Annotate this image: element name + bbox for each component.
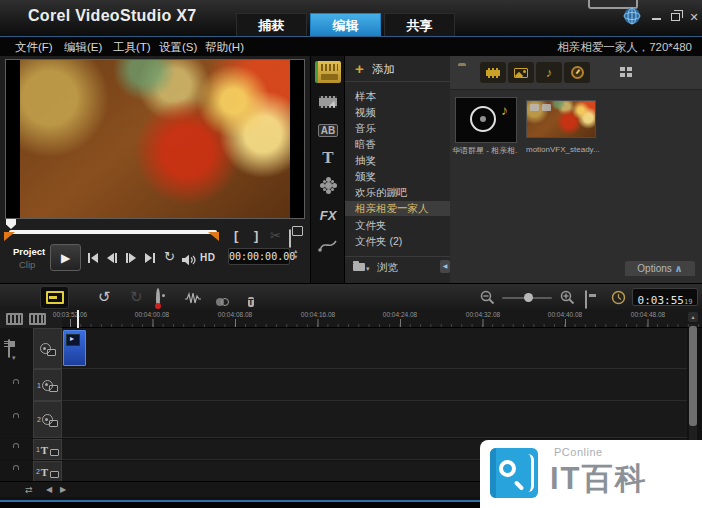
clip-thumbnail bbox=[66, 334, 80, 346]
restore-icon bbox=[671, 13, 680, 21]
overlay-track-1-header[interactable]: 1 bbox=[33, 369, 62, 401]
library-item-family-selected[interactable]: 相亲相爱一家人 bbox=[345, 201, 451, 216]
title-track-2-header[interactable]: 2T bbox=[33, 461, 62, 482]
duration-button[interactable] bbox=[611, 290, 626, 309]
fit-project-button[interactable] bbox=[585, 291, 587, 309]
overlay-track-2-header[interactable]: 2 bbox=[33, 401, 62, 438]
nav-graphic-button[interactable] bbox=[311, 182, 345, 189]
go-start-button[interactable] bbox=[88, 252, 98, 264]
timeline-scroll-up-button[interactable]: ▴ bbox=[688, 312, 698, 322]
ruler-label: 00:04:40.08 bbox=[548, 311, 582, 318]
menu-tools[interactable]: 工具(T) bbox=[113, 40, 151, 55]
tab-share[interactable]: 共享 bbox=[384, 13, 455, 36]
title-track-1-header[interactable]: 1T bbox=[33, 439, 62, 460]
undo-button[interactable]: ↺ bbox=[98, 288, 111, 306]
library-item-anxiang[interactable]: 暗香 bbox=[345, 137, 451, 152]
library-add-row[interactable]: + 添加 bbox=[345, 56, 451, 82]
watermark-brand: PConline bbox=[554, 446, 603, 458]
timeline-ruler[interactable]: 00:03:52.06 00:04:00.08 00:04:08.08 00:0… bbox=[62, 310, 702, 328]
show-all-tracks-icon[interactable] bbox=[6, 313, 23, 325]
video-thumbnail[interactable] bbox=[526, 100, 596, 138]
track-manager-icon[interactable] bbox=[8, 340, 10, 358]
menu-edit[interactable]: 编辑(E) bbox=[64, 40, 102, 55]
record-capture-button[interactable] bbox=[156, 290, 160, 308]
scrubber-track[interactable] bbox=[9, 230, 217, 234]
track-view-icon[interactable] bbox=[29, 313, 46, 325]
playhead[interactable] bbox=[77, 310, 79, 328]
filter-video-button[interactable] bbox=[480, 62, 506, 83]
prev-frame-button[interactable] bbox=[107, 252, 117, 264]
timeline-vscroll-thumb[interactable] bbox=[689, 326, 697, 426]
mark-out-button[interactable]: ] bbox=[254, 228, 258, 243]
preview-timecode[interactable]: 00:00:00.00 bbox=[228, 248, 290, 265]
zoom-out-button[interactable] bbox=[480, 290, 495, 309]
timecode-spinner[interactable]: ▲▼ bbox=[293, 249, 298, 260]
zoom-slider-thumb[interactable] bbox=[524, 293, 533, 302]
tab-edit[interactable]: 编辑 bbox=[310, 13, 381, 36]
filter-all-button[interactable] bbox=[564, 62, 590, 83]
library-item-choujiang[interactable]: 抽奖 bbox=[345, 153, 451, 168]
trim-end-handle[interactable] bbox=[208, 232, 219, 241]
audio-thumbnail[interactable]: ♪ bbox=[455, 97, 517, 143]
scrub-marker[interactable] bbox=[6, 219, 16, 229]
timeline-view-button[interactable] bbox=[40, 286, 69, 309]
filter-audio-button[interactable]: ♪ bbox=[536, 62, 562, 83]
next-frame-button[interactable] bbox=[126, 252, 136, 264]
menu-settings[interactable]: 设置(S) bbox=[159, 40, 197, 55]
timeline-timecode[interactable]: 0:03:5519 bbox=[632, 288, 698, 306]
zoom-in-button[interactable] bbox=[560, 290, 575, 309]
mark-in-button[interactable]: [ bbox=[234, 228, 238, 243]
library-browse-row[interactable]: ▾ 浏览 bbox=[345, 256, 451, 276]
library-item-banjiang[interactable]: 颁奖 bbox=[345, 169, 451, 184]
repeat-button[interactable]: ↻ bbox=[164, 249, 175, 264]
timeline-clip[interactable] bbox=[63, 330, 86, 366]
project-mode-toggle[interactable]: Project bbox=[13, 246, 45, 257]
swap-tracks-icon[interactable]: ⇄ bbox=[25, 485, 33, 495]
nav-instant-project-button[interactable] bbox=[311, 96, 345, 108]
subtitle-editor-button[interactable]: T bbox=[248, 291, 254, 309]
auto-music-button[interactable] bbox=[216, 292, 229, 310]
overlay-track-1-content[interactable] bbox=[62, 369, 687, 401]
library-item-samples[interactable]: 样本 bbox=[345, 89, 451, 104]
go-end-button[interactable] bbox=[145, 252, 155, 264]
options-button[interactable]: Options ∧ bbox=[625, 261, 695, 276]
minimize-button[interactable] bbox=[648, 9, 664, 25]
menu-help[interactable]: 帮助(H) bbox=[205, 40, 244, 55]
video-preview[interactable] bbox=[5, 59, 305, 219]
scroll-right-button[interactable]: ▶ bbox=[60, 485, 66, 494]
nav-path-button[interactable] bbox=[311, 238, 345, 252]
nav-media-button[interactable] bbox=[311, 61, 345, 83]
grid-view-button[interactable] bbox=[620, 67, 632, 77]
split-clip-icon[interactable]: ✂ bbox=[270, 228, 281, 243]
library-item-folder-2[interactable]: 文件夹 (2) bbox=[345, 234, 451, 249]
enlarge-preview-icon[interactable] bbox=[289, 230, 291, 248]
globe-icon[interactable] bbox=[623, 7, 641, 29]
library-item-folder[interactable]: 文件夹 bbox=[345, 218, 451, 233]
video-track-content[interactable] bbox=[62, 328, 687, 369]
expand-tracks-icon[interactable]: ▾ bbox=[12, 354, 16, 362]
hd-toggle[interactable]: HD bbox=[200, 252, 215, 263]
nav-title-button[interactable]: T bbox=[311, 148, 345, 168]
overlay-track-2-content[interactable] bbox=[62, 401, 687, 438]
close-button[interactable]: ✕ bbox=[686, 9, 702, 25]
volume-icon[interactable] bbox=[181, 252, 197, 270]
nav-transition-button[interactable]: AB bbox=[311, 124, 345, 137]
restore-button[interactable] bbox=[667, 9, 683, 25]
filter-photo-button[interactable] bbox=[508, 62, 534, 83]
tab-capture[interactable]: 捕获 bbox=[236, 13, 307, 36]
collapse-library-button[interactable]: ◀ bbox=[440, 260, 450, 273]
library-item-music[interactable]: 音乐 bbox=[345, 121, 451, 136]
video-track-header[interactable] bbox=[33, 328, 62, 369]
play-button[interactable]: ▶ bbox=[50, 244, 81, 271]
clock-icon bbox=[611, 290, 626, 305]
sound-mixer-button[interactable] bbox=[184, 291, 202, 309]
nav-filter-button[interactable]: FX bbox=[311, 208, 345, 223]
redo-button[interactable]: ↻ bbox=[130, 288, 143, 306]
trim-start-handle[interactable] bbox=[4, 232, 15, 241]
clip-mode-toggle[interactable]: Clip bbox=[19, 259, 35, 270]
scroll-left-button[interactable]: ◀ bbox=[46, 485, 52, 494]
ruler-label: 00:04:32.08 bbox=[466, 311, 500, 318]
menu-file[interactable]: 文件(F) bbox=[15, 40, 53, 55]
library-item-huanle[interactable]: 欢乐的蹦吧 bbox=[345, 185, 451, 200]
library-item-video[interactable]: 视频 bbox=[345, 105, 451, 120]
